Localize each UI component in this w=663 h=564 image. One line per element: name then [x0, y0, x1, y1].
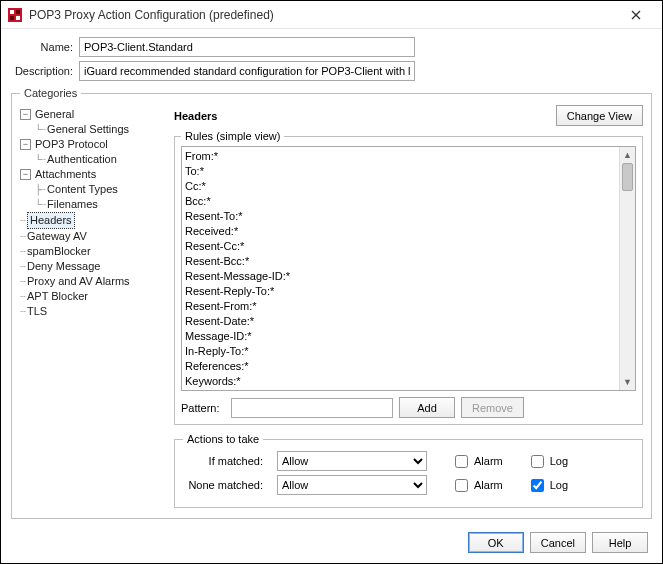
none-matched-log-checkbox[interactable] [531, 479, 544, 492]
alarm-label: Alarm [474, 479, 503, 491]
svg-rect-1 [10, 10, 14, 14]
tree-headers[interactable]: Headers [27, 212, 75, 229]
cancel-button[interactable]: Cancel [530, 532, 586, 553]
scrollbar[interactable]: ▲ ▼ [619, 147, 635, 390]
description-label: Description: [11, 65, 73, 77]
expand-icon[interactable]: − [20, 109, 31, 120]
pattern-input[interactable] [231, 398, 393, 418]
ok-button[interactable]: OK [468, 532, 524, 553]
list-item[interactable]: Received:* [185, 224, 632, 239]
close-button[interactable] [616, 1, 656, 29]
categories-tree[interactable]: −General └┄General Settings −POP3 Protoc… [20, 105, 168, 508]
list-item[interactable]: Cc:* [185, 179, 632, 194]
tree-deny-message[interactable]: Deny Message [27, 259, 100, 274]
none-matched-alarm-checkbox[interactable] [455, 479, 468, 492]
list-item[interactable]: To:* [185, 164, 632, 179]
remove-button[interactable]: Remove [461, 397, 524, 418]
list-item[interactable]: Resent-Date:* [185, 314, 632, 329]
if-matched-label: If matched: [183, 455, 263, 467]
log-label: Log [550, 455, 568, 467]
tree-content-types[interactable]: Content Types [47, 182, 118, 197]
list-item[interactable]: Resent-To:* [185, 209, 632, 224]
tree-gateway-av[interactable]: Gateway AV [27, 229, 87, 244]
description-input[interactable] [79, 61, 415, 81]
add-button[interactable]: Add [399, 397, 455, 418]
name-label: Name: [11, 41, 73, 53]
list-item[interactable]: In-Reply-To:* [185, 344, 632, 359]
scroll-thumb[interactable] [622, 163, 633, 191]
tree-tls[interactable]: TLS [27, 304, 47, 319]
if-matched-log-checkbox[interactable] [531, 455, 544, 468]
app-icon [7, 7, 23, 23]
list-item[interactable]: Subject:* [185, 389, 632, 390]
list-item[interactable]: Resent-From:* [185, 299, 632, 314]
svg-rect-3 [10, 16, 14, 20]
scroll-up-icon[interactable]: ▲ [620, 147, 635, 163]
window-title: POP3 Proxy Action Configuration (predefi… [29, 8, 616, 22]
change-view-button[interactable]: Change View [556, 105, 643, 126]
none-matched-label: None matched: [183, 479, 263, 491]
tree-attachments[interactable]: Attachments [35, 167, 96, 182]
pattern-label: Pattern: [181, 402, 225, 414]
actions-legend: Actions to take [183, 433, 263, 445]
close-icon [631, 10, 641, 20]
section-title: Headers [174, 110, 217, 122]
list-item[interactable]: Resent-Message-ID:* [185, 269, 632, 284]
list-item[interactable]: Message-ID:* [185, 329, 632, 344]
tree-pop3-protocol[interactable]: POP3 Protocol [35, 137, 108, 152]
svg-rect-4 [16, 16, 20, 20]
tree-general-settings[interactable]: General Settings [47, 122, 129, 137]
none-matched-select[interactable]: Allow [277, 475, 427, 495]
if-matched-select[interactable]: Allow [277, 451, 427, 471]
expand-icon[interactable]: − [20, 139, 31, 150]
log-label: Log [550, 479, 568, 491]
scroll-down-icon[interactable]: ▼ [620, 374, 635, 390]
rules-listbox[interactable]: From:*To:*Cc:*Bcc:*Resent-To:*Received:*… [181, 146, 636, 391]
tree-apt-blocker[interactable]: APT Blocker [27, 289, 88, 304]
expand-icon[interactable]: − [20, 169, 31, 180]
list-item[interactable]: Resent-Cc:* [185, 239, 632, 254]
if-matched-alarm-checkbox[interactable] [455, 455, 468, 468]
help-button[interactable]: Help [592, 532, 648, 553]
alarm-label: Alarm [474, 455, 503, 467]
list-item[interactable]: Bcc:* [185, 194, 632, 209]
categories-legend: Categories [20, 87, 81, 99]
list-item[interactable]: From:* [185, 149, 632, 164]
tree-authentication[interactable]: Authentication [47, 152, 117, 167]
rules-legend: Rules (simple view) [181, 130, 284, 142]
svg-rect-2 [16, 10, 20, 14]
list-item[interactable]: Keywords:* [185, 374, 632, 389]
tree-proxy-av-alarms[interactable]: Proxy and AV Alarms [27, 274, 130, 289]
tree-general[interactable]: General [35, 107, 74, 122]
name-input[interactable] [79, 37, 415, 57]
list-item[interactable]: Resent-Bcc:* [185, 254, 632, 269]
tree-filenames[interactable]: Filenames [47, 197, 98, 212]
list-item[interactable]: References:* [185, 359, 632, 374]
tree-spamblocker[interactable]: spamBlocker [27, 244, 91, 259]
list-item[interactable]: Resent-Reply-To:* [185, 284, 632, 299]
